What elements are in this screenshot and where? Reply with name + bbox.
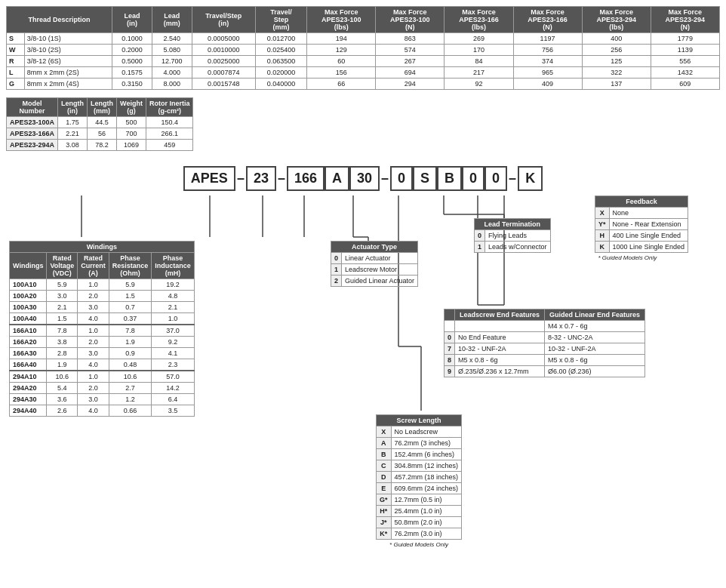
spec-cell: 1139 [651,45,719,56]
screw-key: K* [377,528,392,540]
winding-cell: 4.0 [78,405,109,417]
feedback-key: K [595,242,610,253]
spec-cell: 1197 [513,33,582,45]
winding-cell: 10.6 [47,371,78,383]
winding-cell: 4.1 [152,348,195,359]
actuator-title: Actuator Type [331,242,418,253]
screw-key: G* [377,494,392,506]
winding-cell: 1.0 [78,279,109,291]
spec-cell: 3/8-10 (1S) [24,33,112,45]
actuator-label: Guided Linear Actuator [342,276,418,287]
part-number-area: APES–23–166A30–0SB00–K [6,166,720,191]
screw-key: X [377,426,392,438]
screw-label: 609.6mm (24 inches) [391,483,462,494]
winding-cell: 3.6 [47,394,78,405]
spec-cell: 5.080 [152,45,192,56]
spec-cell: 0.012700 [255,33,306,45]
spec-cell: 0.0015748 [192,79,255,90]
winding-cell: 100A10 [10,279,47,291]
maxforce-294-lbs-header: Max ForceAPES23-294(lbs) [582,7,651,33]
spec-cell: 8mm x 2mm (4S) [24,79,112,90]
pn-dash: – [507,171,518,186]
end-leadscrew: M5 x 0.8 - 6g [455,355,545,366]
lead-in-header: Lead(in) [112,7,152,33]
spec-cell: 0.025400 [255,45,306,56]
spec-cell: 0.0005000 [192,33,255,45]
model-num-header: ModelNumber [7,98,58,117]
winding-cell: 166A30 [10,348,47,359]
winding-cell: 166A10 [10,325,47,337]
model-cell: 2.21 [58,128,88,140]
spec-cell: 0.2000 [112,45,152,56]
actuator-type-table: Actuator Type 0Linear Actuator1Leadscrew… [331,241,418,287]
spec-cell: 556 [651,56,719,67]
actuator-label: Leadscrew Motor [342,264,418,276]
lead-term-label: Flying Leads [485,230,551,242]
winding-cell: 4.0 [78,313,109,325]
spec-cell: 84 [445,56,513,67]
spec-cell: 156 [307,67,376,79]
actuator-num: 0 [331,253,342,264]
end-features-table: Leadscrew End Features Guided Linear End… [444,309,645,377]
spec-cell: 0.5000 [112,56,152,67]
feedback-note: * Guided Models Only [595,253,688,263]
winding-cell: 9.2 [152,337,195,348]
end-guided: Ø6.00 (Ø.236) [545,366,645,377]
spec-cell: 0.0025000 [192,56,255,67]
winding-cell: 1.0 [152,313,195,325]
screw-key: H* [377,506,392,517]
winding-cell: 5.9 [109,279,152,291]
length-mm-header: Length(mm) [88,98,117,117]
spec-cell: 374 [513,56,582,67]
travel-step-mm-header: Travel/Step(mm) [255,7,306,33]
part-number-box: APES–23–166A30–0SB00–K [183,166,543,191]
screw-label: No Leadscrew [391,426,462,438]
screw-key: E [377,483,392,494]
end-key: 7 [445,343,455,355]
maxforce-100-n-header: Max ForceAPES23-100(N) [376,7,445,33]
winding-cell: 2.1 [47,302,78,313]
screw-key: J* [377,517,392,528]
feedback-label: 1000 Line Single Ended [609,242,688,253]
spec-cell: R [7,56,25,67]
feedback-table: Feedback XNoneY*None - Rear ExtensionH40… [595,195,688,263]
screw-note: * Guided Models Only [377,540,462,550]
screw-title: Screw Length [377,415,462,426]
spec-cell: 0.0007874 [192,67,255,79]
winding-cell: 294A20 [10,383,47,394]
page: Thread Description Lead(in) Lead(mm) Tra… [0,0,726,579]
spec-cell: 0.3150 [112,79,152,90]
spec-cell: 129 [307,45,376,56]
spec-table: Thread Description Lead(in) Lead(mm) Tra… [6,6,720,90]
feedback-key: H [595,230,610,242]
winding-cell: 3.0 [78,302,109,313]
winding-cell: 3.0 [47,291,78,302]
actuator-label: Linear Actuator [342,253,418,264]
spec-cell: 0.1000 [112,33,152,45]
winding-cell: 5.4 [47,383,78,394]
end-leadscrew: Ø.235/Ø.236 x 12.7mm [455,366,545,377]
model-cell: 3.08 [58,140,88,151]
winding-cell: 14.2 [152,383,195,394]
weight-header: Weight(g) [117,98,146,117]
model-cell: 56 [88,128,117,140]
winding-cell: 6.4 [152,394,195,405]
thread-desc-header: Thread Description [7,7,112,33]
feedback-label: None - Rear Extension [609,219,688,230]
feedback-key: Y* [595,219,610,230]
winding-cell: 2.0 [78,337,109,348]
model-cell: APES23-166A [7,128,58,140]
winding-cell: 100A30 [10,302,47,313]
spec-cell: 0.0010000 [192,45,255,56]
guided-end-header: Guided Linear End Features [545,309,645,321]
winding-cell: 1.5 [47,313,78,325]
winding-cell: 1.9 [109,337,152,348]
spec-cell: 267 [376,56,445,67]
spec-cell: 66 [307,79,376,90]
spec-cell: 863 [376,33,445,45]
end-guided: M4 x 0.7 - 6g [545,321,645,332]
lead-termination-table: Lead Termination 0Flying Leads1Leads w/C… [474,218,551,253]
winding-cell: 2.8 [47,348,78,359]
winding-cell: 2.0 [78,291,109,302]
spec-cell: 694 [376,67,445,79]
